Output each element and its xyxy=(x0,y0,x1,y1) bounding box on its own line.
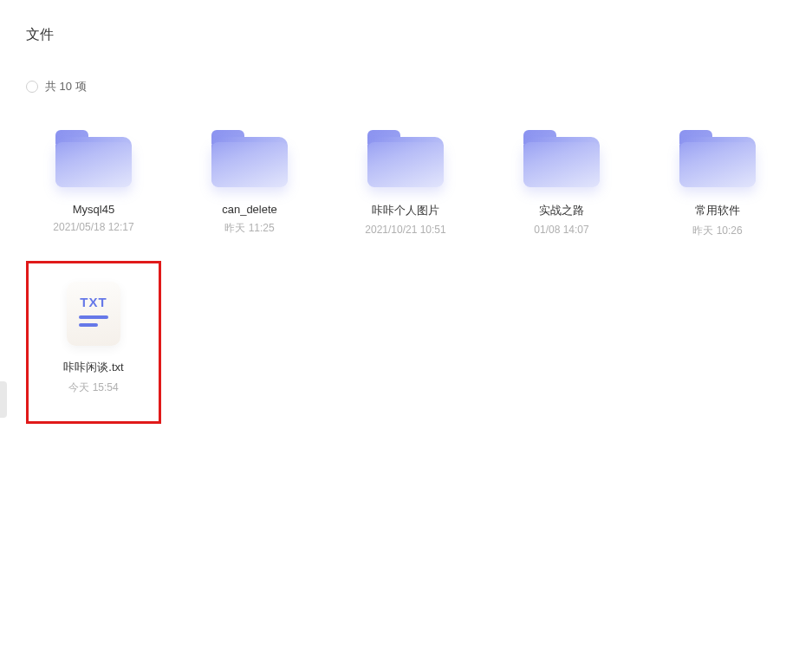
folder-item[interactable]: can_delete 昨天 11:25 xyxy=(182,119,317,244)
folder-icon xyxy=(679,124,757,189)
item-date: 昨天 10:26 xyxy=(692,224,742,238)
item-date: 2021/05/18 12:17 xyxy=(53,221,133,233)
item-count: 共 10 项 xyxy=(45,79,87,94)
txt-file-icon: TXT xyxy=(55,281,133,346)
side-handle[interactable] xyxy=(0,381,7,418)
item-date: 今天 15:54 xyxy=(68,380,118,395)
folder-item[interactable]: 咔咔个人图片 2021/10/21 10:51 xyxy=(338,119,473,244)
item-date: 01/08 14:07 xyxy=(534,224,588,236)
folder-item[interactable]: 实战之路 01/08 14:07 xyxy=(494,119,629,244)
item-name: 咔咔个人图片 xyxy=(372,203,439,218)
item-name: 实战之路 xyxy=(539,203,584,218)
file-item-highlighted[interactable]: TXT 咔咔闲谈.txt 今天 15:54 xyxy=(26,261,161,424)
folder-item[interactable]: 常用软件 昨天 10:26 xyxy=(650,119,785,244)
folder-icon xyxy=(55,124,133,189)
folder-icon xyxy=(211,124,289,189)
item-name: Mysql45 xyxy=(73,203,114,216)
folder-icon xyxy=(367,124,445,189)
item-name: 咔咔闲谈.txt xyxy=(63,360,123,375)
select-all-radio[interactable] xyxy=(26,81,38,93)
folder-icon xyxy=(523,124,601,189)
item-name: can_delete xyxy=(222,203,277,216)
item-date: 昨天 11:25 xyxy=(224,221,274,236)
folder-item[interactable]: Mysql45 2021/05/18 12:17 xyxy=(26,119,161,244)
txt-badge: TXT xyxy=(80,295,107,309)
select-all-row: 共 10 项 xyxy=(26,79,786,94)
file-grid: Mysql45 2021/05/18 12:17 can_delete 昨天 1… xyxy=(26,119,786,424)
item-date: 2021/10/21 10:51 xyxy=(365,224,445,236)
page-title: 文件 xyxy=(26,26,786,44)
item-name: 常用软件 xyxy=(695,203,740,218)
